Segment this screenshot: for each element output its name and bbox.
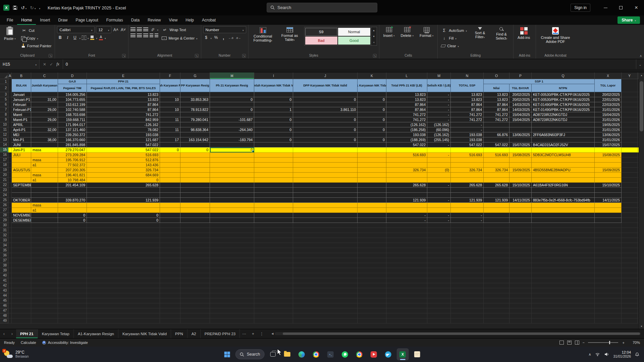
taskbar-search[interactable]: Search xyxy=(235,349,265,359)
cell-M15[interactable] xyxy=(427,147,451,153)
cell-J18[interactable] xyxy=(293,163,358,168)
cell-P13[interactable] xyxy=(509,137,532,142)
cell-H3[interactable] xyxy=(210,92,254,97)
cell-B25[interactable]: OKTOBER xyxy=(12,198,31,203)
cell-F42[interactable] xyxy=(160,283,180,288)
cell-Q14[interactable]: B4CAE015AO2FJS2V xyxy=(532,142,595,147)
cell-N46[interactable] xyxy=(451,303,484,308)
cell-I23[interactable] xyxy=(254,188,293,193)
cell-J27[interactable] xyxy=(293,208,358,213)
notification-bell-icon[interactable] xyxy=(635,352,639,357)
cell-F27[interactable] xyxy=(160,208,180,213)
cell-Y38[interactable] xyxy=(622,263,638,268)
cell-Q20[interactable] xyxy=(532,173,595,178)
cell-A16[interactable] xyxy=(8,153,12,158)
sort-filter-button[interactable]: Sort & Filter xyxy=(470,26,490,41)
cell-F18[interactable] xyxy=(160,163,180,168)
cell-J23[interactable] xyxy=(293,188,358,193)
cell-N17[interactable] xyxy=(451,158,484,163)
cell-G9[interactable]: 79.280.041 xyxy=(180,117,210,122)
cell-K48[interactable] xyxy=(358,313,386,318)
cell-C49[interactable] xyxy=(31,318,58,323)
cell-K6[interactable] xyxy=(358,102,386,107)
cell-B47[interactable] xyxy=(12,308,31,313)
zoom-slider[interactable] xyxy=(588,342,618,343)
cell-O41[interactable] xyxy=(484,278,509,283)
cell-style-normal[interactable]: Normal xyxy=(338,28,370,36)
cell-Q40[interactable] xyxy=(532,273,595,278)
cell-P35[interactable] xyxy=(509,248,532,253)
cell-Y49[interactable] xyxy=(622,318,638,323)
cell-F16[interactable] xyxy=(160,153,180,158)
wifi-icon[interactable] xyxy=(595,352,600,356)
cell-F26[interactable] xyxy=(160,203,180,208)
menu-tab-page-layout[interactable]: Page Layout xyxy=(71,15,102,25)
cell-K34[interactable] xyxy=(358,243,386,248)
cell-O25[interactable]: 121.939 xyxy=(484,198,509,203)
row-header-37[interactable]: 37 xyxy=(0,258,8,263)
cell-O40[interactable] xyxy=(484,273,509,278)
align-middle-icon[interactable] xyxy=(137,27,142,31)
cell-H7[interactable]: 0 xyxy=(210,107,254,112)
cell-P27[interactable] xyxy=(509,208,532,213)
cell-A20[interactable] xyxy=(8,173,12,178)
cell-K17[interactable] xyxy=(358,158,386,163)
cell-O29[interactable] xyxy=(484,218,509,223)
cell-Q19[interactable]: 4B5D55BME2BMADPU xyxy=(532,168,595,173)
cell-K37[interactable] xyxy=(358,258,386,263)
cell-L18[interactable] xyxy=(386,163,427,168)
row-header-48[interactable]: 48 xyxy=(0,313,8,318)
cell-I39[interactable] xyxy=(254,268,293,273)
cell-Y22[interactable] xyxy=(622,183,638,188)
cell-M28[interactable]: - xyxy=(427,213,451,218)
cell-I7[interactable]: 1 xyxy=(254,107,293,112)
cell-J26[interactable] xyxy=(293,203,358,208)
cell-F46[interactable] xyxy=(160,303,180,308)
cell-O37[interactable] xyxy=(484,258,509,263)
row-header-30[interactable]: 30 xyxy=(0,223,8,228)
gallery-more-icon[interactable]: ≡ xyxy=(371,39,377,45)
cell-X8[interactable]: 15/04/2025 xyxy=(595,112,622,117)
cell-J19[interactable] xyxy=(293,168,358,173)
menu-tab-file[interactable]: File xyxy=(3,15,17,25)
cell-O11[interactable] xyxy=(484,127,509,132)
taskbar-icon-terminal[interactable] xyxy=(324,348,336,360)
cell-I40[interactable] xyxy=(254,273,293,278)
borders-button[interactable] xyxy=(82,36,86,40)
cell-Q5[interactable]: KET-00530/PBK-CT/KPP.0616/2025 xyxy=(532,97,595,102)
cell-Q25[interactable]: 883e7f5b-0e2f-4568-8cfc-753bd94fb xyxy=(532,198,595,203)
number-format-combo[interactable]: Number xyxy=(203,26,246,33)
cell-P20[interactable] xyxy=(509,173,532,178)
cell-F31[interactable] xyxy=(160,228,180,233)
cell-N43[interactable] xyxy=(451,288,484,293)
cell-I17[interactable] xyxy=(254,158,293,163)
column-header-J[interactable]: J xyxy=(293,72,358,79)
font-dialog-launcher-icon[interactable] xyxy=(122,54,126,58)
cell-X13[interactable]: 31/01/2026 xyxy=(595,137,622,142)
cell-H23[interactable] xyxy=(210,188,254,193)
cell-X29[interactable] xyxy=(595,218,622,223)
cell-F9[interactable]: 11 xyxy=(160,117,180,122)
cell-I32[interactable] xyxy=(254,233,293,238)
cell-D8[interactable]: 168.703.698 xyxy=(58,112,87,117)
sheet-nav-right-icon[interactable]: › xyxy=(8,329,16,338)
cell-L19[interactable]: 326.734 xyxy=(386,168,427,173)
cell-L10[interactable]: (126.162) xyxy=(386,122,427,127)
cell-Q33[interactable] xyxy=(532,238,595,243)
cell-H49[interactable] xyxy=(210,318,254,323)
cell-B7[interactable]: Februari-P1 xyxy=(12,107,31,112)
cell-N19[interactable]: 326.734 xyxy=(451,168,484,173)
cell-I8[interactable] xyxy=(254,112,293,117)
cell-H42[interactable] xyxy=(210,283,254,288)
cell-B16[interactable]: JULI xyxy=(12,153,31,158)
cell-L15[interactable] xyxy=(386,147,427,153)
cell-O9[interactable]: 741.272 xyxy=(484,117,509,122)
row-header-39[interactable]: 39 xyxy=(0,268,8,273)
cell-A22[interactable] xyxy=(8,183,12,188)
cell-A47[interactable] xyxy=(8,308,12,313)
cell-X46[interactable] xyxy=(595,303,622,308)
cell-O44[interactable] xyxy=(484,293,509,298)
cell-G26[interactable] xyxy=(180,203,210,208)
align-top-icon[interactable] xyxy=(130,27,136,31)
cell-Y39[interactable] xyxy=(622,268,638,273)
